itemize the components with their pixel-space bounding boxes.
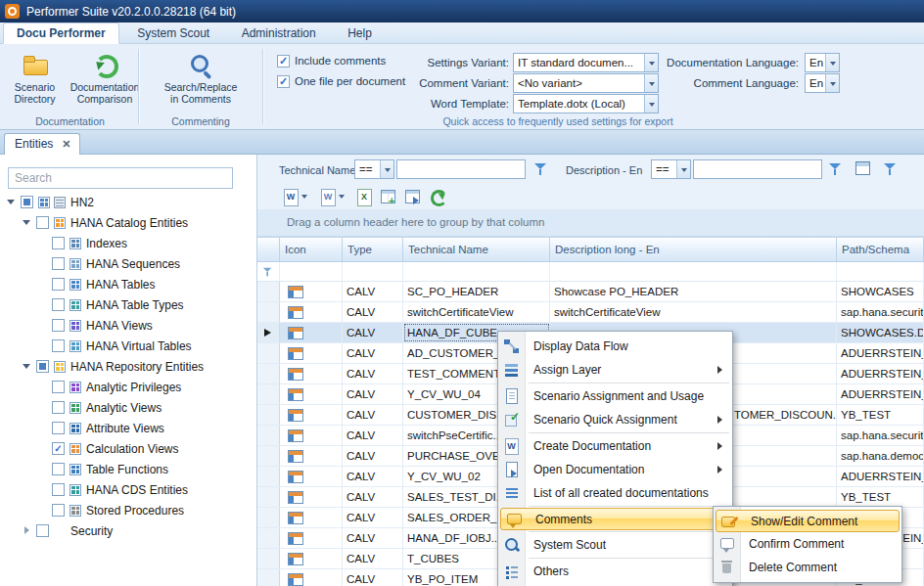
menu-item-others[interactable]: Others <box>499 560 731 583</box>
include-comments-checkbox[interactable] <box>277 55 290 68</box>
tree-checkbox[interactable] <box>52 319 65 332</box>
one-file-per-document-checkbox[interactable] <box>277 75 290 88</box>
chevron-down-icon[interactable] <box>644 95 658 113</box>
expander-icon[interactable] <box>35 482 50 497</box>
chevron-down-icon[interactable] <box>825 74 839 92</box>
tree-checkbox[interactable] <box>52 339 65 352</box>
tab-system-scout[interactable]: System Scout <box>123 23 223 43</box>
search-input[interactable] <box>8 167 233 189</box>
tree-item-table-functions[interactable]: Table Functions <box>2 459 256 479</box>
expander-icon[interactable] <box>35 380 50 394</box>
filter-cell-icon[interactable] <box>280 262 343 281</box>
tree-checkbox[interactable] <box>52 237 65 249</box>
menu-item-display-data-flow[interactable]: Display Data Flow <box>499 335 731 358</box>
tree-checkbox[interactable] <box>52 381 65 393</box>
close-icon[interactable] <box>62 139 70 149</box>
export-word-button[interactable] <box>281 186 311 207</box>
menu-item-comments[interactable]: Comments <box>500 508 730 530</box>
expander-icon[interactable] <box>20 215 34 230</box>
tree-checkbox[interactable] <box>52 401 65 414</box>
tree-item-hana-virtual-tables[interactable]: HANA Virtual Tables <box>2 336 256 356</box>
tree-item-hana-catalog-entities[interactable]: HANA Catalog Entities <box>2 212 256 233</box>
expander-icon[interactable] <box>35 256 50 271</box>
filter-cell-description[interactable] <box>550 262 837 281</box>
tree-item-analytic-views[interactable]: Analytic Views <box>2 397 256 418</box>
table-row[interactable]: CALV switchCertificateView switchCertifi… <box>257 302 924 323</box>
expander-icon[interactable] <box>35 400 50 415</box>
tree-item-hana-table-types[interactable]: HANA Table Types <box>2 294 256 315</box>
tree-checkbox[interactable] <box>36 360 49 373</box>
scenario-directory-button[interactable]: Scenario Directory <box>2 47 68 106</box>
tree-item-hana-sequences[interactable]: HANA Sequences <box>2 253 256 274</box>
tree-checkbox[interactable] <box>52 278 65 291</box>
settings-variant-select[interactable]: IT standard documen... <box>513 53 659 72</box>
tree-item-security[interactable]: Security <box>2 520 256 541</box>
tree-checkbox[interactable] <box>52 442 65 455</box>
description-filter-input[interactable] <box>693 159 822 179</box>
expander-icon[interactable] <box>4 195 19 209</box>
expander-icon[interactable] <box>20 523 34 538</box>
filter-cell-type[interactable] <box>343 262 403 281</box>
description-filter-button[interactable] <box>827 161 843 177</box>
column-header-path-schema[interactable]: Path/Schema <box>837 238 924 261</box>
export-grid-button[interactable] <box>404 188 422 205</box>
expander-icon[interactable] <box>35 421 50 435</box>
tab-entities[interactable]: Entities <box>4 133 80 155</box>
menu-item-open-documentation[interactable]: Open Documentation <box>499 458 731 481</box>
column-header-technical-name[interactable]: Technical Name <box>403 238 550 261</box>
grid-filter-row[interactable] <box>257 262 924 282</box>
tree-checkbox[interactable] <box>52 298 65 311</box>
expander-icon[interactable] <box>35 462 50 476</box>
tree-item-hana-views[interactable]: HANA Views <box>2 315 256 336</box>
word-template-select[interactable]: Template.dotx (Local) <box>513 94 659 113</box>
column-header-description-long[interactable]: Description long - En <box>550 238 837 261</box>
menu-item-create-documentation[interactable]: Create Documentation <box>499 434 731 458</box>
menu-item-scenario-quick-assignment[interactable]: Scenario Quick Assignment <box>499 408 731 431</box>
search-replace-comments-button[interactable]: Search/Replace in Comments <box>159 47 243 106</box>
description-operator-select[interactable]: == <box>651 159 691 179</box>
tree-item-stored-procedures[interactable]: Stored Procedures <box>2 500 256 520</box>
expander-icon[interactable] <box>35 318 50 333</box>
tab-administration[interactable]: Administration <box>228 23 330 43</box>
chevron-down-icon[interactable] <box>300 188 310 205</box>
column-header-icon[interactable]: Icon <box>280 238 343 261</box>
column-header-type[interactable]: Type <box>343 238 403 261</box>
tree-item-hana-repository-entities[interactable]: HANA Repository Entities <box>2 356 256 377</box>
export-excel-button[interactable] <box>355 188 373 205</box>
tree-item-indexes[interactable]: Indexes <box>2 233 256 253</box>
menu-item-show-edit-comment[interactable]: Show/Edit Comment <box>716 510 900 532</box>
chevron-down-icon[interactable] <box>825 54 839 71</box>
tree-checkbox[interactable] <box>21 196 33 208</box>
tree-item-calculation-views[interactable]: Calculation Views <box>2 438 256 459</box>
tree-checkbox[interactable] <box>36 524 49 537</box>
chevron-down-icon[interactable] <box>337 188 347 205</box>
tree-item-hana-cds-entities[interactable]: HANA CDS Entities <box>2 479 256 500</box>
tree-checkbox[interactable] <box>36 216 49 229</box>
expander-icon[interactable] <box>35 236 50 250</box>
comment-variant-select[interactable]: <No variant> <box>513 73 659 93</box>
expander-icon[interactable] <box>35 338 50 353</box>
menu-item-list-of-all-created-documentations[interactable]: List of all created documentations <box>499 481 731 505</box>
menu-item-delete-comment[interactable]: Delete Comment <box>715 556 901 579</box>
documentation-comparison-button[interactable]: Documentation Comparison <box>71 47 138 106</box>
tree-item-attribute-views[interactable]: Attribute Views <box>2 418 256 438</box>
tab-help[interactable]: Help <box>334 23 386 43</box>
expander-icon[interactable] <box>35 503 50 518</box>
tree-item-hn2[interactable]: HN2 <box>2 192 256 212</box>
tree-checkbox[interactable] <box>52 504 65 517</box>
tree-checkbox[interactable] <box>52 422 65 434</box>
clear-filter-button[interactable] <box>882 161 898 177</box>
tree-checkbox[interactable] <box>52 483 65 496</box>
menu-item-confirm-comment[interactable]: Confirm Comment <box>715 532 901 556</box>
tree-item-analytic-privileges[interactable]: Analytic Privileges <box>2 377 256 397</box>
refresh-button[interactable] <box>429 188 446 205</box>
tree-checkbox[interactable] <box>52 463 65 475</box>
tab-docu-performer[interactable]: Docu Performer <box>3 23 119 44</box>
add-grid-button[interactable] <box>380 188 397 205</box>
expander-icon[interactable] <box>20 359 34 374</box>
tree-item-hana-tables[interactable]: HANA Tables <box>2 274 256 294</box>
documentation-language-select[interactable]: En <box>805 53 840 72</box>
technical-name-filter-input[interactable] <box>396 159 526 179</box>
filter-editor-button[interactable] <box>855 161 870 175</box>
expander-icon[interactable] <box>35 277 50 292</box>
